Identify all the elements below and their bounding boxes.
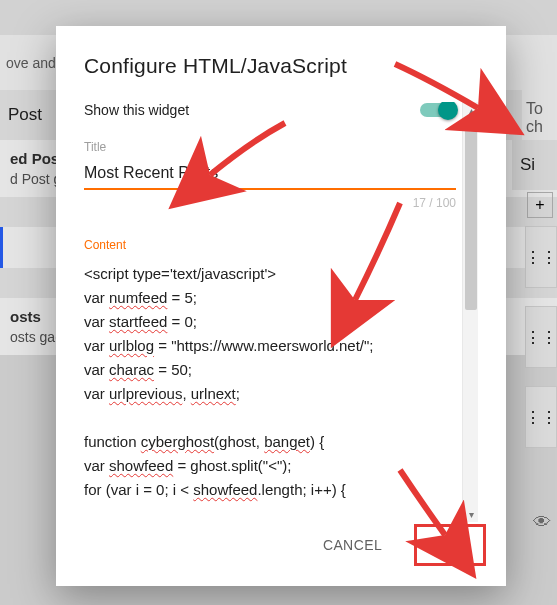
scroll-up-icon[interactable]: ▴ — [463, 102, 479, 118]
scroll-down-icon[interactable]: ▾ — [463, 506, 479, 522]
dialog-actions: CANCEL SAVE — [309, 524, 486, 566]
dialog-title: Configure HTML/JavaScript — [84, 54, 478, 78]
show-widget-label: Show this widget — [84, 102, 189, 118]
title-counter: 17 / 100 — [84, 196, 456, 210]
save-highlight-annotation: SAVE — [414, 524, 486, 566]
content-label: Content — [84, 238, 456, 252]
cancel-button[interactable]: CANCEL — [309, 527, 396, 563]
title-label: Title — [84, 140, 456, 154]
save-button[interactable]: SAVE — [417, 527, 483, 563]
scroll-thumb[interactable] — [465, 120, 477, 310]
show-widget-toggle[interactable] — [420, 103, 456, 117]
dialog-scrollbar[interactable]: ▴ ▾ — [462, 102, 478, 522]
toggle-knob — [438, 102, 458, 120]
title-input[interactable] — [84, 160, 456, 190]
content-textarea[interactable]: <script type='text/javascript'> var numf… — [84, 262, 456, 502]
configure-dialog: Configure HTML/JavaScript Show this widg… — [56, 26, 506, 586]
